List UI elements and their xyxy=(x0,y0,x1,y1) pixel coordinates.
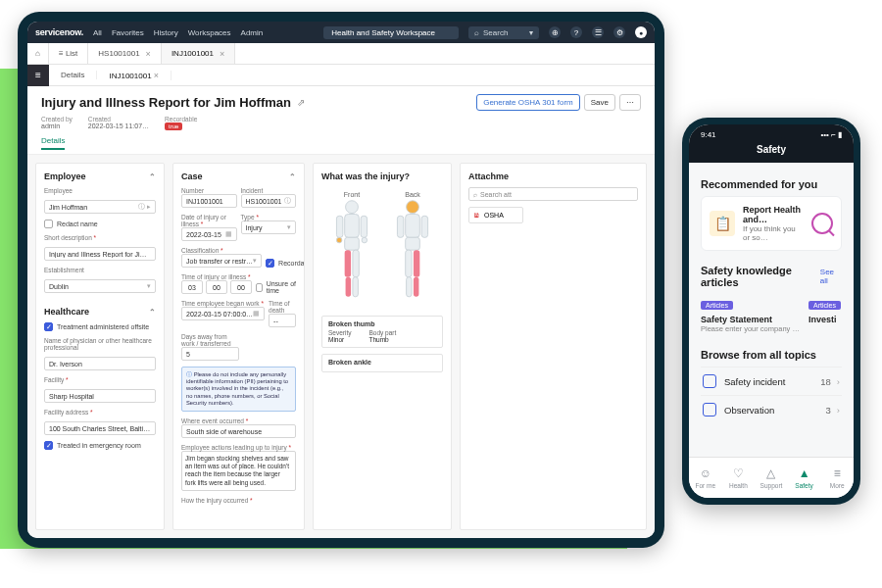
notifications-icon[interactable]: ☰ xyxy=(592,26,604,38)
close-icon[interactable]: × xyxy=(146,49,151,59)
nav-history[interactable]: History xyxy=(154,28,178,37)
nav-safety[interactable]: ▲Safety xyxy=(788,458,821,498)
browse-heading: Browse from all topics xyxy=(701,349,842,361)
article-card[interactable]: Articles Safety Statement Please enter y… xyxy=(701,294,803,333)
gear-icon[interactable]: ⚙ xyxy=(613,26,625,38)
section-injury: What was the injury? xyxy=(321,172,410,181)
file-icon: 🗎 xyxy=(473,212,480,219)
injury-card[interactable]: Broken ankle xyxy=(321,354,443,372)
svg-point-4 xyxy=(336,237,342,243)
type-select[interactable]: Injury▾ xyxy=(241,220,297,234)
nav-all[interactable]: All xyxy=(93,28,102,37)
death-time-field[interactable]: -- xyxy=(269,314,296,327)
tab-hs[interactable]: HS1001001× xyxy=(88,43,162,64)
page-header: Injury and Illness Report for Jim Hoffma… xyxy=(27,86,655,155)
establishment-field[interactable]: Dublin▾ xyxy=(44,279,156,293)
subtab-record[interactable]: INJ1001001 × xyxy=(97,71,172,80)
chevron-up-icon[interactable]: ⌃ xyxy=(149,308,156,317)
topic-safety-incident[interactable]: Safety incident 18 › xyxy=(701,367,842,395)
svg-point-0 xyxy=(346,201,359,214)
calendar-icon: ▦ xyxy=(225,230,232,238)
svg-rect-1 xyxy=(345,215,360,238)
svg-rect-13 xyxy=(397,216,403,237)
subtab-details[interactable]: Details xyxy=(49,71,97,79)
nav-health[interactable]: ♡Health xyxy=(722,458,756,498)
svg-rect-3 xyxy=(361,216,367,237)
treated-offsite-checkbox[interactable]: ✓Treatment administered offsite xyxy=(44,322,156,331)
injury-card[interactable]: Broken thumb SeverityMinor Body partThum… xyxy=(321,316,443,348)
classification-select[interactable]: Job transfer or restr…▾ xyxy=(181,254,262,268)
page-title: Injury and Illness Report for Jim Hoffma… xyxy=(41,95,291,110)
recordable-checkbox[interactable]: ✓Recordable xyxy=(266,259,305,268)
nav-admin[interactable]: Admin xyxy=(241,28,264,37)
global-search[interactable]: ⌕ Search ▾ xyxy=(468,26,539,39)
close-icon[interactable]: × xyxy=(154,71,159,80)
see-all-link[interactable]: See all xyxy=(820,268,842,285)
unsure-time-checkbox[interactable]: Unsure of time xyxy=(256,280,296,294)
search-icon: ⌕ xyxy=(473,191,477,198)
nav-workspaces[interactable]: Workspaces xyxy=(188,28,231,37)
open-record-icon[interactable]: ⇗ xyxy=(297,97,305,108)
nudge-icon[interactable]: ⊕ xyxy=(549,26,561,38)
physician-field[interactable]: Dr. Iverson xyxy=(44,357,156,370)
report-icon: 📋 xyxy=(710,211,735,236)
time-sec-field[interactable]: 00 xyxy=(230,280,252,294)
days-away-field[interactable]: 5 xyxy=(181,347,239,361)
redact-name-checkbox[interactable]: Redact name xyxy=(44,220,156,228)
short-description-field[interactable]: Injury and Illness Report for Jim Hoffma… xyxy=(44,247,156,261)
svg-rect-19 xyxy=(414,277,419,297)
employee-field[interactable]: Jim Hoffmanⓘ ▸ xyxy=(44,200,156,214)
article-card[interactable]: Articles Investi xyxy=(808,294,842,333)
incident-field[interactable]: HS1001001ⓘ xyxy=(241,194,297,208)
topic-observation[interactable]: Observation 3 › xyxy=(701,395,842,423)
avatar[interactable]: ● xyxy=(635,26,647,38)
phone-title: Safety xyxy=(689,144,854,163)
help-icon[interactable]: ? xyxy=(570,26,582,38)
attachment-file[interactable]: 🗎OSHA xyxy=(468,207,523,223)
facility-field[interactable]: Sharp Hospital xyxy=(44,389,156,403)
facility-address-field[interactable]: 100 South Charles Street, Baltimore,MD xyxy=(44,421,156,435)
support-icon: △ xyxy=(766,466,775,480)
attachments-search[interactable]: ⌕Search att xyxy=(468,187,638,201)
began-work-field[interactable]: 2022-03-15 07:00:0…▦ xyxy=(181,307,265,320)
svg-rect-15 xyxy=(406,237,420,250)
more-actions-button[interactable]: ⋯ xyxy=(619,94,641,111)
global-nav: All Favorites History Workspaces Admin xyxy=(93,28,263,37)
workspace-picker[interactable]: Health and Safety Workspace xyxy=(323,26,459,39)
save-button[interactable]: Save xyxy=(584,94,615,111)
case-number-field[interactable]: INJ1001001 xyxy=(181,194,237,208)
workspace-tabs: ⌂ ≡ List HS1001001× INJ1001001× xyxy=(27,43,655,65)
recommended-card[interactable]: 📋 Report Health and… If you think you or… xyxy=(701,196,842,251)
injury-date-field[interactable]: 2022-03-15▦ xyxy=(181,227,237,241)
treated-er-checkbox[interactable]: ✓Treated in emergency room xyxy=(44,441,156,450)
time-min-field[interactable]: 00 xyxy=(206,280,227,294)
nav-favorites[interactable]: Favorites xyxy=(112,28,144,37)
where-occurred-field[interactable]: South side of warehouse xyxy=(181,424,296,438)
home-icon[interactable]: ⌂ xyxy=(27,43,49,64)
section-case: Case xyxy=(181,172,203,181)
recordable-badge: true xyxy=(165,122,182,130)
generate-osha-button[interactable]: Generate OSHA 301 form xyxy=(476,94,580,111)
section-employee: Employee xyxy=(44,172,86,181)
nav-more[interactable]: ≡More xyxy=(820,458,854,498)
tab-inj[interactable]: INJ1001001× xyxy=(162,43,235,64)
close-icon[interactable]: × xyxy=(220,49,224,59)
topic-icon xyxy=(703,374,716,388)
time-hour-field[interactable]: 03 xyxy=(181,280,203,294)
nav-for-me[interactable]: ☺For me xyxy=(689,458,722,498)
svg-rect-14 xyxy=(421,216,427,237)
svg-rect-9 xyxy=(346,277,352,297)
form-tab-details[interactable]: Details xyxy=(41,136,65,150)
search-icon: ⌕ xyxy=(474,28,479,37)
svg-rect-18 xyxy=(407,277,413,297)
tab-list[interactable]: ≡ List xyxy=(49,43,88,64)
person-icon: ☺ xyxy=(700,466,711,480)
body-diagram-back[interactable] xyxy=(389,198,436,306)
employee-actions-textarea[interactable]: Jim began stocking shelves and saw an it… xyxy=(181,451,296,491)
body-diagram-front[interactable] xyxy=(328,198,375,306)
nav-support[interactable]: △Support xyxy=(755,458,788,498)
more-icon: ≡ xyxy=(834,466,841,480)
sidebar-rail-icon[interactable]: ≡ xyxy=(27,65,49,86)
chevron-up-icon[interactable]: ⌃ xyxy=(289,172,296,181)
chevron-up-icon[interactable]: ⌃ xyxy=(149,172,156,181)
